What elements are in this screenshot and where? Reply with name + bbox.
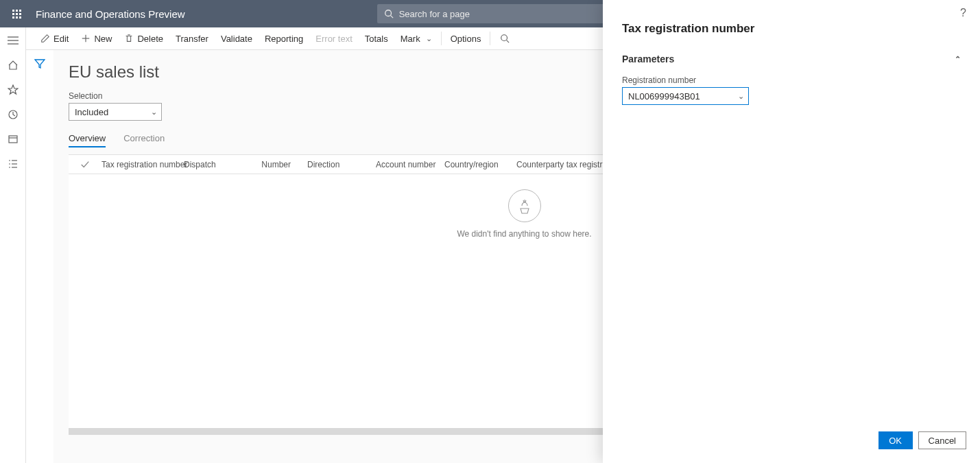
svg-point-16 [501, 35, 507, 41]
cancel-button[interactable]: Cancel [918, 431, 966, 449]
registration-dropdown[interactable]: NL006999943B01 ⌄ [622, 87, 749, 105]
totals-label: Totals [365, 34, 388, 44]
tab-correction[interactable]: Correction [123, 133, 165, 147]
delete-label: Delete [137, 34, 163, 44]
search-icon [500, 34, 510, 43]
delete-action[interactable]: Delete [118, 27, 169, 50]
transfer-label: Transfer [176, 34, 208, 44]
empty-plant-icon [508, 189, 541, 222]
modules-icon[interactable] [7, 158, 19, 170]
waffle-icon [12, 10, 21, 19]
edit-label: Edit [53, 34, 69, 44]
star-icon[interactable] [7, 84, 19, 96]
plus-icon [81, 34, 91, 43]
new-label: New [94, 34, 112, 44]
separator [490, 32, 490, 45]
registration-field: Registration number NL006999943B01 ⌄ [603, 69, 980, 105]
selection-value: Included [75, 107, 108, 117]
col-tax-reg[interactable]: Tax registration number [93, 160, 176, 169]
col-account[interactable]: Account number [368, 160, 436, 169]
empty-text: We didn't find anything to show here. [457, 229, 591, 239]
help-button[interactable]: ? [960, 7, 966, 19]
options-action[interactable]: Options [444, 27, 488, 50]
search-placeholder: Search for a page [399, 9, 470, 19]
validate-action[interactable]: Validate [215, 27, 259, 50]
section-title: Parameters [622, 54, 674, 64]
reporting-label: Reporting [265, 34, 303, 44]
app-title: Finance and Operations Preview [36, 8, 185, 20]
chevron-down-icon: ⌄ [151, 108, 157, 117]
col-dispatch[interactable]: Dispatch [176, 160, 251, 169]
col-number[interactable]: Number [251, 160, 299, 169]
mark-label: Mark [401, 34, 420, 44]
hamburger-icon[interactable] [7, 34, 19, 47]
svg-line-1 [390, 16, 393, 19]
page-search-action[interactable] [493, 27, 516, 50]
check-icon [80, 160, 90, 169]
home-icon[interactable] [7, 59, 19, 71]
svg-point-0 [385, 10, 391, 16]
tax-registration-dialog: ? Tax registration number Parameters ⌃ R… [603, 0, 980, 463]
col-country[interactable]: Country/region [436, 160, 508, 169]
separator [441, 32, 442, 45]
search-wrap: Search for a page [377, 4, 621, 23]
global-search[interactable]: Search for a page [377, 4, 621, 23]
error-text-label: Error text [315, 34, 352, 44]
registration-value: NL006999943B01 [628, 91, 700, 102]
mark-action[interactable]: Mark ⌄ [394, 27, 438, 50]
pencil-icon [40, 34, 50, 43]
chevron-down-icon: ⌄ [738, 92, 744, 101]
svg-rect-6 [9, 136, 17, 143]
registration-label: Registration number [622, 75, 980, 85]
transfer-action[interactable]: Transfer [169, 27, 215, 50]
app-launcher-button[interactable] [5, 0, 27, 27]
reporting-action[interactable]: Reporting [259, 27, 309, 50]
edit-action[interactable]: Edit [34, 27, 75, 50]
new-action[interactable]: New [75, 27, 118, 50]
search-icon [384, 9, 394, 19]
trash-icon [124, 34, 134, 43]
chevron-up-icon: ⌃ [955, 55, 961, 64]
select-all-checkbox[interactable] [77, 160, 93, 169]
filter-rail [26, 50, 53, 463]
parameters-section-header[interactable]: Parameters ⌃ [603, 44, 980, 69]
validate-label: Validate [221, 34, 252, 44]
clock-icon[interactable] [7, 108, 19, 121]
ok-button[interactable]: OK [879, 431, 913, 449]
dialog-title: Tax registration number [603, 0, 980, 44]
svg-line-17 [507, 40, 510, 43]
left-nav-rail [0, 27, 26, 463]
tab-overview[interactable]: Overview [69, 133, 106, 147]
options-label: Options [451, 34, 481, 44]
error-text-action: Error text [309, 27, 358, 50]
filter-icon[interactable] [34, 58, 45, 69]
dialog-footer: OK Cancel [879, 431, 966, 449]
chevron-down-icon: ⌄ [426, 34, 432, 43]
col-direction[interactable]: Direction [299, 160, 368, 169]
workspace-icon[interactable] [7, 133, 19, 145]
totals-action[interactable]: Totals [359, 27, 394, 50]
selection-dropdown[interactable]: Included ⌄ [69, 103, 162, 121]
